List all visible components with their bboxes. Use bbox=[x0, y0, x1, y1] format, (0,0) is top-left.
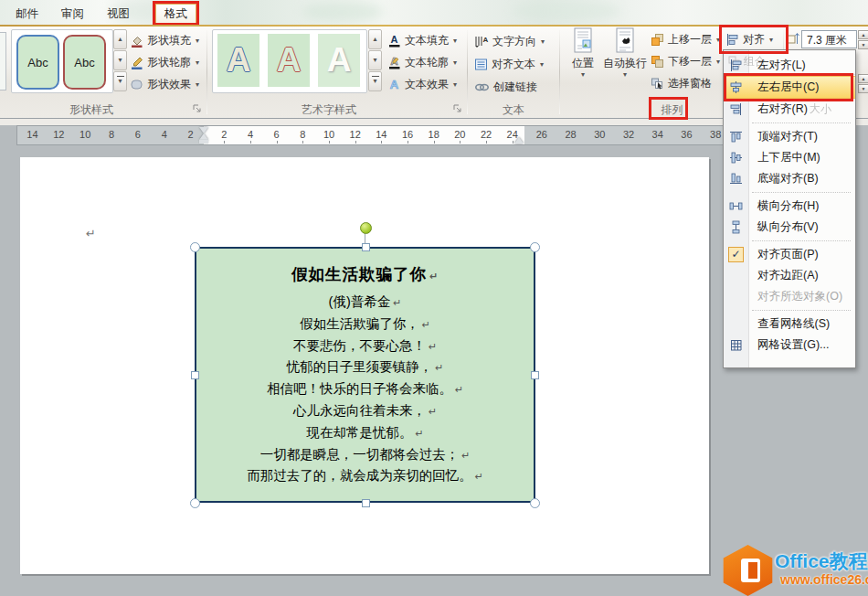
spin-down-icon: ▼ bbox=[862, 42, 866, 48]
gallery-more-button[interactable]: ▾ bbox=[368, 71, 382, 91]
menu-item-align-center[interactable]: 左右居中(C) bbox=[724, 76, 855, 99]
menu-item-align-to-margin[interactable]: 对齐边距(A) bbox=[724, 265, 855, 286]
wrap-text-icon bbox=[614, 27, 636, 55]
more-arrow-icon: ▾ bbox=[373, 77, 376, 85]
paragraph-mark: ↵ bbox=[422, 319, 430, 330]
document-page[interactable]: ↵ 假如生活欺骗了你↵ (俄)普希金↵ 假如生活欺骗了你，↵ 不要悲伤，不要心急… bbox=[20, 157, 709, 574]
height-spin-up-button[interactable]: ▲ bbox=[858, 30, 868, 39]
wordart-thumbnail-red[interactable]: A bbox=[268, 34, 310, 87]
tab-mail[interactable]: 邮件 bbox=[7, 4, 47, 24]
ruler-body-numbers: 24681012141618202224 bbox=[211, 126, 525, 144]
shape-height-field[interactable]: 7.3 厘米 bbox=[801, 30, 857, 48]
resize-handle-top-left[interactable] bbox=[190, 242, 200, 252]
menu-item-align-to-page[interactable]: ✓ 对齐页面(P) bbox=[724, 244, 855, 265]
height-spin-down-button[interactable]: ▼ bbox=[858, 40, 868, 49]
resize-handle-bottom-left[interactable] bbox=[190, 498, 200, 508]
menu-item-align-right[interactable]: 右对齐(R) bbox=[724, 99, 855, 120]
shape-style-gallery-clipped-item[interactable] bbox=[0, 32, 6, 90]
watermark-site-url: www.office26.com bbox=[780, 572, 868, 587]
menu-item-grid-settings[interactable]: 网格设置(G)... bbox=[724, 335, 855, 356]
width-spin-down-button[interactable]: ▼ bbox=[858, 84, 868, 93]
menu-item-align-left[interactable]: 左对齐(L) bbox=[724, 55, 855, 76]
word-window: 邮件 审阅 视图 格式 Abc Abc ▴ ▾ ▾ 形状填充▾ 形状轮廓▾ bbox=[0, 0, 868, 596]
dropdown-arrow-icon: ▾ bbox=[540, 60, 544, 69]
resize-handle-top-right[interactable] bbox=[530, 242, 540, 252]
left-indent-marker[interactable] bbox=[199, 140, 208, 144]
send-backward-button[interactable]: 下移一层▾ bbox=[651, 51, 720, 71]
shape-outline-icon bbox=[130, 56, 143, 69]
gallery-scroll-down-button[interactable]: ▾ bbox=[368, 50, 382, 70]
selection-pane-button[interactable]: 选择窗格 bbox=[651, 73, 712, 93]
paragraph-mark: ↵ bbox=[461, 450, 470, 461]
watermark: Office教程网 www.office26.com bbox=[718, 544, 868, 596]
shape-styles-gallery: Abc Abc bbox=[11, 29, 113, 93]
tab-view[interactable]: 视图 bbox=[99, 4, 138, 24]
resize-handle-right[interactable] bbox=[531, 371, 539, 379]
text-fill-button[interactable]: A 文本填充▾ bbox=[387, 30, 457, 50]
shape-style-thumbnail-red[interactable]: Abc bbox=[63, 35, 106, 90]
position-button[interactable]: 位置 ▾ bbox=[563, 27, 603, 95]
text-direction-button[interactable]: A 文字方向▾ bbox=[474, 31, 545, 51]
tab-review[interactable]: 审阅 bbox=[53, 4, 92, 24]
text-effects-button[interactable]: A 文本效果▾ bbox=[387, 74, 457, 94]
position-label: 位置 bbox=[572, 58, 594, 69]
menu-item-distribute-horizontally[interactable]: 横向分布(H) bbox=[724, 196, 855, 217]
rotate-handle[interactable] bbox=[360, 222, 372, 234]
scroll-down-icon: ▾ bbox=[373, 56, 376, 64]
resize-handle-bottom[interactable] bbox=[362, 499, 370, 507]
scroll-up-icon: ▴ bbox=[373, 35, 376, 43]
shape-outline-button[interactable]: 形状轮廓▾ bbox=[130, 52, 199, 72]
dropdown-arrow-icon: ▾ bbox=[623, 70, 627, 79]
shape-styles-dialog-launcher[interactable] bbox=[193, 104, 203, 114]
shape-fill-button[interactable]: 形状填充▾ bbox=[130, 30, 199, 50]
menu-item-align-middle[interactable]: 上下居中(M) bbox=[724, 147, 855, 168]
shape-effects-button[interactable]: 形状效果▾ bbox=[130, 74, 199, 94]
menu-item-align-bottom[interactable]: 底端对齐(B) bbox=[724, 168, 855, 189]
horizontal-ruler[interactable]: 1412108642 24681012141618202224 26283032… bbox=[16, 125, 731, 145]
align-middle-icon bbox=[724, 151, 748, 165]
hanging-indent-marker[interactable] bbox=[199, 133, 208, 140]
width-spin-up-button[interactable]: ▲ bbox=[858, 74, 868, 83]
resize-handle-top[interactable] bbox=[362, 243, 370, 251]
tab-format-active[interactable]: 格式 bbox=[153, 1, 199, 26]
svg-text:A: A bbox=[391, 34, 398, 45]
wrap-text-button[interactable]: 自动换行 ▾ bbox=[601, 27, 649, 95]
create-link-button[interactable]: 创建链接 bbox=[474, 77, 537, 97]
text-outline-button[interactable]: A 文本轮廓▾ bbox=[387, 52, 457, 72]
more-arrow-icon: ▾ bbox=[118, 77, 122, 85]
align-objects-icon bbox=[725, 33, 739, 47]
gallery-scroll-up-button[interactable]: ▴ bbox=[368, 29, 382, 49]
menu-item-distribute-vertically[interactable]: 纵向分布(V) bbox=[724, 217, 855, 238]
shape-fill-label: 形状填充 bbox=[147, 33, 191, 48]
selection-pane-label: 选择窗格 bbox=[668, 76, 712, 91]
bring-forward-icon bbox=[651, 33, 664, 47]
shape-style-thumbnail-blue[interactable]: Abc bbox=[16, 35, 59, 90]
gallery-scroll-up-button[interactable]: ▴ bbox=[113, 29, 127, 49]
bring-forward-button[interactable]: 上移一层▾ bbox=[651, 29, 720, 49]
wordart-dialog-launcher[interactable] bbox=[453, 104, 463, 114]
gallery-more-button[interactable]: ▾ bbox=[113, 71, 127, 91]
align-text-button[interactable]: 对齐文本▾ bbox=[474, 54, 544, 74]
align-button[interactable]: 对齐▾ bbox=[725, 29, 773, 49]
menu-item-label: 右对齐(R) bbox=[748, 101, 808, 117]
wordart-thumbnail-white[interactable]: A bbox=[318, 34, 360, 87]
gallery-scroll-down-button[interactable]: ▾ bbox=[113, 50, 127, 70]
svg-text:A: A bbox=[390, 78, 399, 91]
wordart-thumbnail-blue[interactable]: A bbox=[217, 34, 259, 87]
menu-separator bbox=[724, 307, 855, 314]
create-link-label: 创建链接 bbox=[493, 80, 537, 95]
paragraph-mark: ↵ bbox=[435, 362, 443, 373]
text-fill-label: 文本填充 bbox=[405, 33, 449, 48]
right-indent-marker[interactable] bbox=[514, 137, 524, 144]
menu-item-align-top[interactable]: 顶端对齐(T) bbox=[724, 126, 855, 147]
align-dropdown-menu: 组合 ↻ 旋转 9.82 厘米 大小 左对齐(L) 左右居中(C) 右对齐(R) bbox=[723, 49, 856, 368]
shape-style-sample-text: Abc bbox=[74, 56, 94, 69]
watermark-site-name: Office教程网 bbox=[775, 548, 868, 574]
poem-text-box[interactable]: 假如生活欺骗了你↵ (俄)普希金↵ 假如生活欺骗了你，↵ 不要悲伤，不要心急！↵… bbox=[195, 247, 535, 503]
shape-effects-icon bbox=[130, 78, 143, 91]
resize-handle-left[interactable] bbox=[191, 371, 199, 379]
menu-item-view-gridlines[interactable]: 查看网格线(S) bbox=[724, 314, 855, 335]
menu-item-label: 横向分布(H) bbox=[748, 198, 819, 214]
resize-handle-bottom-right[interactable] bbox=[530, 498, 540, 508]
first-line-indent-marker[interactable] bbox=[199, 127, 208, 133]
